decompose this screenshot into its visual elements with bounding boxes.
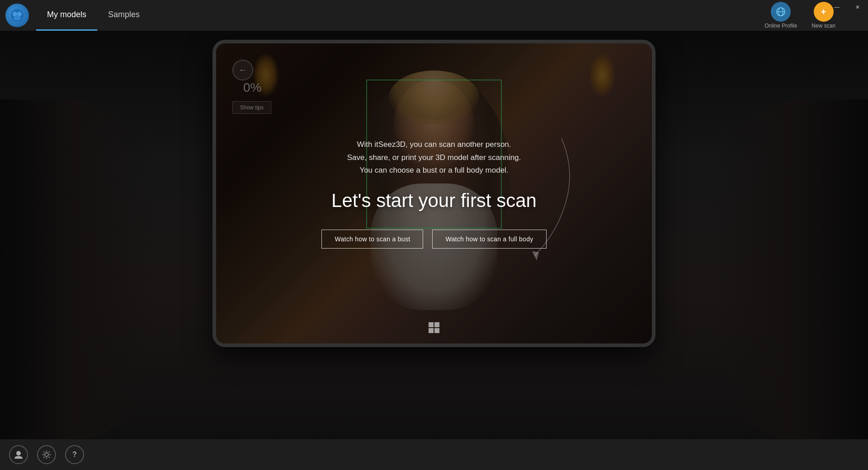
settings-icon-button[interactable] <box>37 445 56 464</box>
scan-buttons: Watch how to scan a bust Watch how to sc… <box>321 230 546 249</box>
tablet-screen: ← 0% Show tips With itSeez3D, you can sc… <box>216 43 652 343</box>
app-logo <box>5 4 29 27</box>
bg-scene: ← 0% Show tips With itSeez3D, you can sc… <box>0 31 868 470</box>
close-button[interactable]: ✕ <box>847 0 868 14</box>
status-bar: ? <box>0 439 868 470</box>
tab-samples[interactable]: Samples <box>97 0 151 31</box>
watch-bust-button[interactable]: Watch how to scan a bust <box>321 230 423 249</box>
svg-point-1 <box>13 12 17 16</box>
online-profile-icon <box>771 2 791 22</box>
minimize-button[interactable]: — <box>826 0 847 14</box>
tab-my-models[interactable]: My models <box>36 0 97 31</box>
svg-rect-9 <box>434 322 439 327</box>
watch-fullbody-button[interactable]: Watch how to scan a full body <box>432 230 546 249</box>
svg-point-3 <box>14 16 21 20</box>
description-text: With itSeez3D, you can scan another pers… <box>347 138 521 178</box>
window-controls: — ✕ <box>826 0 868 14</box>
nav-tabs: My models Samples <box>36 0 151 31</box>
online-profile-button[interactable]: Online Profile <box>759 0 802 32</box>
svg-rect-11 <box>434 328 439 333</box>
main-heading: Let's start your first scan <box>331 190 537 212</box>
help-icon-button[interactable]: ? <box>65 445 84 464</box>
svg-point-12 <box>16 451 21 456</box>
tablet-frame: ← 0% Show tips With itSeez3D, you can sc… <box>212 40 656 347</box>
overlay-content: With itSeez3D, you can scan another pers… <box>216 43 652 343</box>
windows-button[interactable] <box>428 321 440 336</box>
titlebar: My models Samples Online Profile + New s… <box>0 0 868 31</box>
svg-rect-8 <box>429 322 434 327</box>
svg-point-13 <box>45 453 48 456</box>
svg-point-2 <box>17 12 22 16</box>
svg-rect-10 <box>429 328 434 333</box>
user-profile-icon-button[interactable] <box>9 445 28 464</box>
online-profile-label: Online Profile <box>764 23 797 29</box>
new-scan-label: New scan <box>811 23 835 29</box>
main-content: ← 0% Show tips With itSeez3D, you can sc… <box>0 31 868 470</box>
